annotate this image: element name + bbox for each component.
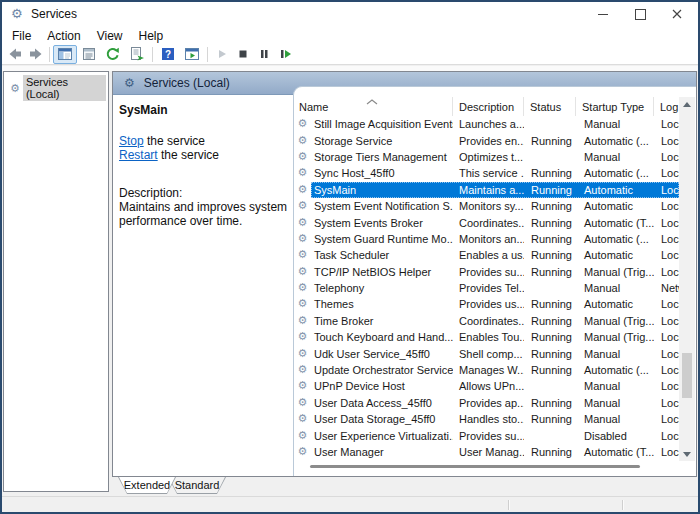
table-row[interactable]: ⚙User ManagerUser Manag...RunningAutomat… [294, 444, 679, 460]
tab-standard[interactable]: Standard [168, 477, 226, 494]
table-row[interactable]: ⚙TCP/IP NetBIOS HelperProvides su...Runn… [294, 264, 679, 280]
column-header-startup-type[interactable]: Startup Type [576, 97, 654, 116]
menu-action[interactable]: Action [39, 28, 88, 44]
table-row[interactable]: ⚙Udk User Service_45ff0Shell comp...Runn… [294, 345, 679, 361]
cell-log-on-as: Loca [654, 348, 679, 360]
status-bar [2, 496, 698, 512]
table-row[interactable]: ⚙System Events BrokerCoordinates...Runni… [294, 214, 679, 230]
column-header-status[interactable]: Status [524, 97, 576, 116]
menu-file[interactable]: File [4, 28, 39, 44]
maximize-button[interactable] [623, 0, 657, 28]
cell-log-on-as: Loca [654, 151, 679, 163]
back-button[interactable] [4, 45, 25, 64]
horizontal-scroll-thumb[interactable] [310, 465, 640, 468]
table-row[interactable]: ⚙Update Orchestrator ServiceManages W...… [294, 362, 679, 378]
cell-name: Telephony [311, 282, 453, 294]
services-table: Name Description Status Startup Type Log… [293, 86, 696, 476]
table-row[interactable]: ⚙Task SchedulerEnables a us...RunningAut… [294, 247, 679, 263]
stop-service-button[interactable] [232, 45, 253, 64]
toolbar: ? [0, 44, 700, 65]
table-row[interactable]: ⚙User Experience Virtualizati...Provides… [294, 427, 679, 443]
service-gear-icon: ⚙ [294, 116, 311, 132]
refresh-button[interactable] [101, 45, 125, 64]
tree-item-services-local[interactable]: ⚙ Services (Local) [6, 75, 106, 101]
table-row[interactable]: ⚙Storage Tiers ManagementOptimizes t...M… [294, 149, 679, 165]
pause-service-icon [256, 46, 272, 62]
cell-startup-type: Automatic [576, 200, 654, 212]
pane-header-title: Services (Local) [144, 76, 230, 90]
cell-log-on-as: Loca [654, 135, 679, 147]
show-action-pane-button[interactable] [180, 45, 204, 64]
column-header-name[interactable]: Name [294, 97, 453, 116]
cell-log-on-as: Loca [654, 184, 679, 196]
table-row[interactable]: ⚙User Data Storage_45ff0Handles sto...Ru… [294, 411, 679, 427]
vertical-scrollbar[interactable] [679, 97, 695, 461]
service-gear-icon: ⚙ [294, 264, 311, 280]
services-window: ⚙ Services File Action View Help [0, 0, 700, 514]
service-gear-icon: ⚙ [294, 362, 311, 378]
tab-extended[interactable]: Extended [118, 477, 176, 494]
column-header-description[interactable]: Description [453, 97, 524, 116]
show-console-tree-button[interactable] [53, 45, 77, 64]
close-button[interactable] [660, 0, 694, 28]
table-row[interactable]: ⚙Still Image Acquisition EventsLaunches … [294, 116, 679, 132]
show-action-pane-icon [184, 46, 200, 62]
scroll-down-icon [683, 452, 691, 457]
help-button[interactable]: ? [156, 45, 180, 64]
description-label: Description: [119, 186, 291, 200]
table-row[interactable]: ⚙ThemesProvides us...RunningAutomaticLoc… [294, 296, 679, 312]
table-row[interactable]: ⚙Sync Host_45ff0This service ...RunningA… [294, 165, 679, 181]
cell-log-on-as: Loca [654, 315, 679, 327]
view-tabs: Extended Standard [112, 477, 697, 496]
service-gear-icon: ⚙ [294, 182, 311, 198]
service-gear-icon: ⚙ [294, 231, 311, 247]
cell-description: Provides su... [453, 430, 524, 442]
cell-name: Udk User Service_45ff0 [311, 348, 453, 360]
toolbar-separator [207, 47, 208, 62]
properties-button[interactable] [77, 45, 101, 64]
column-header-log-on-as[interactable]: Log [654, 97, 679, 116]
cell-name: System Events Broker [311, 217, 453, 229]
cell-log-on-as: Loca [654, 364, 679, 376]
cell-status: Running [524, 135, 576, 147]
refresh-icon [105, 46, 121, 62]
cell-log-on-as: Loca [654, 217, 679, 229]
restart-service-button[interactable] [274, 45, 295, 64]
table-row[interactable]: ⚙TelephonyProvides Tel...ManualNetw [294, 280, 679, 296]
table-row[interactable]: ⚙Storage ServiceProvides en...RunningAut… [294, 132, 679, 148]
forward-button[interactable] [25, 45, 46, 64]
table-row[interactable]: ⚙User Data Access_45ff0Provides ap...Run… [294, 395, 679, 411]
table-row[interactable]: ⚙Touch Keyboard and Hand...Enables Tou..… [294, 329, 679, 345]
table-row[interactable]: ⚙System Event Notification S...Monitors … [294, 198, 679, 214]
restart-link-suffix: the service [158, 148, 219, 162]
cell-description: Provides Tel... [453, 282, 524, 294]
table-row[interactable]: ⚙SysMainMaintains a...RunningAutomaticLo… [294, 182, 679, 198]
horizontal-scrollbar[interactable] [295, 462, 678, 475]
scroll-down-button[interactable] [679, 447, 695, 461]
export-list-button[interactable] [125, 45, 149, 64]
cell-log-on-as: Loca [654, 200, 679, 212]
title-bar: ⚙ Services [0, 0, 700, 28]
restart-service-icon [277, 46, 293, 62]
table-row[interactable]: ⚙UPnP Device HostAllows UPn...ManualLoca [294, 378, 679, 394]
service-description: Maintains and improves system performanc… [119, 200, 289, 228]
restart-service-link[interactable]: Restart [119, 148, 158, 162]
vertical-scroll-thumb[interactable] [682, 353, 692, 398]
service-gear-icon: ⚙ [294, 133, 311, 149]
cell-name: Update Orchestrator Service [311, 364, 453, 376]
start-service-button[interactable] [211, 45, 232, 64]
cell-name: Themes [311, 298, 453, 310]
menu-help[interactable]: Help [131, 28, 172, 44]
cell-description: Coordinates... [453, 315, 524, 327]
minimize-button[interactable] [586, 0, 620, 28]
menu-view[interactable]: View [89, 28, 131, 44]
pause-service-button[interactable] [253, 45, 274, 64]
stop-service-link[interactable]: Stop [119, 134, 144, 148]
table-row[interactable]: ⚙Time BrokerCoordinates...RunningManual … [294, 313, 679, 329]
table-row[interactable]: ⚙System Guard Runtime Mo...Monitors an..… [294, 231, 679, 247]
service-gear-icon: ⚙ [294, 313, 311, 329]
scroll-up-button[interactable] [679, 97, 695, 111]
back-icon [7, 46, 23, 62]
cell-log-on-as: Loca [654, 331, 679, 343]
stop-service-icon [235, 46, 251, 62]
